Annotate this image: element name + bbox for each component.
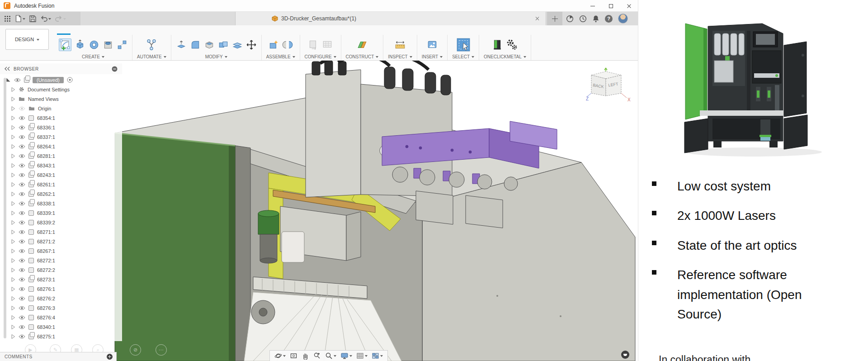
browser-item-row[interactable]: 68339:1 bbox=[0, 208, 122, 218]
browser-item-row[interactable]: 68275:1 bbox=[0, 332, 122, 341]
press-pull-icon[interactable] bbox=[176, 39, 187, 50]
maximize-button[interactable] bbox=[602, 0, 620, 12]
pattern-icon[interactable] bbox=[117, 39, 127, 50]
activate-component-radio-icon[interactable] bbox=[67, 77, 73, 83]
add-comment-icon[interactable] bbox=[107, 354, 113, 360]
viewport-canvas[interactable]: BACK LEFT Z X BROWSER bbox=[0, 61, 638, 361]
expand-arrow-icon[interactable] bbox=[11, 115, 15, 121]
visibility-eye-icon[interactable] bbox=[19, 296, 25, 301]
measure-icon[interactable] bbox=[395, 39, 406, 50]
browser-item-row[interactable]: 68337:1 bbox=[0, 132, 122, 142]
hole-icon[interactable] bbox=[103, 39, 113, 50]
fillet-icon[interactable] bbox=[190, 39, 201, 50]
offset-face-icon[interactable] bbox=[232, 39, 243, 50]
expand-arrow-icon[interactable] bbox=[11, 191, 15, 197]
visibility-eye-icon[interactable] bbox=[19, 315, 25, 320]
save-icon[interactable] bbox=[29, 15, 36, 22]
expand-arrow-icon[interactable] bbox=[11, 125, 15, 130]
ocm-gears-icon[interactable] bbox=[506, 39, 518, 51]
expand-arrow-icon[interactable] bbox=[11, 172, 15, 178]
help-icon[interactable]: ? bbox=[605, 15, 613, 23]
visibility-eye-icon[interactable] bbox=[19, 258, 25, 263]
select-icon[interactable] bbox=[456, 37, 471, 52]
visibility-eye-icon[interactable] bbox=[19, 116, 25, 120]
group-label-select[interactable]: SELECT bbox=[452, 54, 474, 59]
visibility-eye-icon[interactable] bbox=[19, 230, 25, 234]
expand-arrow-icon[interactable] bbox=[11, 134, 15, 140]
extensions-icon[interactable] bbox=[566, 15, 574, 23]
create-sketch-button[interactable] bbox=[59, 38, 71, 51]
expand-arrow-icon[interactable] bbox=[11, 286, 15, 292]
group-label-create[interactable]: CREATE bbox=[82, 54, 104, 59]
browser-item-row[interactable]: 68262:1 bbox=[0, 189, 122, 199]
document-tab[interactable]: 3D-Drucker_Gesamtaufbau*(1) bbox=[235, 12, 546, 25]
expand-arrow-icon[interactable] bbox=[11, 229, 15, 235]
expand-arrow-icon[interactable] bbox=[11, 258, 15, 263]
visibility-eye-icon[interactable] bbox=[19, 182, 25, 187]
browser-item-row[interactable]: 68276:2 bbox=[0, 294, 122, 303]
group-label-modify[interactable]: MODIFY bbox=[205, 54, 227, 59]
visibility-eye-icon[interactable] bbox=[19, 220, 25, 225]
ocm-printer-icon[interactable] bbox=[492, 39, 503, 50]
visibility-eye-icon[interactable] bbox=[19, 277, 25, 282]
expanded-arrow-icon[interactable] bbox=[6, 77, 11, 82]
visibility-eye-icon[interactable] bbox=[19, 287, 25, 291]
combine-icon[interactable] bbox=[218, 39, 229, 50]
expand-arrow-icon[interactable] bbox=[11, 87, 15, 92]
browser-item-row[interactable]: 68339:2 bbox=[0, 218, 122, 227]
assistant-icon[interactable] bbox=[621, 351, 629, 359]
notifications-bell-icon[interactable] bbox=[592, 15, 599, 23]
browser-item-row[interactable]: 68343:1 bbox=[0, 161, 122, 170]
group-label-configure[interactable]: CONFIGURE bbox=[305, 54, 336, 59]
group-label-inspect[interactable]: INSPECT bbox=[388, 54, 412, 59]
group-label-oneclickmetal[interactable]: ONECLICKMETAL bbox=[484, 54, 526, 59]
visibility-eye-icon[interactable] bbox=[19, 173, 25, 177]
expand-arrow-icon[interactable] bbox=[11, 210, 15, 216]
minimize-button[interactable] bbox=[584, 0, 602, 12]
expand-arrow-icon[interactable] bbox=[11, 163, 15, 168]
browser-item-row[interactable]: 68354:1 bbox=[0, 113, 122, 123]
browser-item-row[interactable]: 68271:2 bbox=[0, 237, 122, 246]
visibility-eye-icon[interactable] bbox=[19, 268, 25, 272]
view-cube[interactable]: BACK LEFT Z X bbox=[585, 66, 632, 106]
visibility-eye-icon[interactable] bbox=[19, 201, 25, 206]
expand-arrow-icon[interactable] bbox=[11, 305, 15, 311]
automate-icon[interactable] bbox=[146, 39, 157, 51]
visibility-eye-icon[interactable] bbox=[14, 78, 21, 82]
display-settings-button[interactable] bbox=[340, 352, 352, 360]
new-tab-button[interactable] bbox=[547, 12, 562, 25]
workspace-selector[interactable]: DESIGN bbox=[5, 29, 49, 50]
look-at-button[interactable] bbox=[290, 352, 297, 360]
extrude-icon[interactable] bbox=[75, 39, 85, 50]
browser-item-row[interactable]: 68272:2 bbox=[0, 265, 122, 275]
collapse-panel-icon[interactable] bbox=[5, 66, 10, 71]
browser-item-row[interactable]: 68271:1 bbox=[0, 227, 122, 237]
move-icon[interactable] bbox=[246, 39, 257, 50]
expand-arrow-icon[interactable] bbox=[11, 239, 15, 244]
configuration-table-icon[interactable] bbox=[322, 39, 333, 50]
browser-item-row[interactable]: 68276:1 bbox=[0, 284, 122, 294]
expand-arrow-icon[interactable] bbox=[11, 201, 15, 206]
expand-arrow-icon[interactable] bbox=[11, 220, 15, 225]
visibility-eye-icon[interactable] bbox=[19, 192, 25, 196]
expand-arrow-icon[interactable] bbox=[11, 144, 15, 149]
undo-button[interactable] bbox=[40, 15, 51, 22]
browser-item-row[interactable]: 68261:1 bbox=[0, 180, 122, 189]
group-label-insert[interactable]: INSERT bbox=[422, 54, 443, 59]
visibility-eye-icon[interactable] bbox=[19, 154, 25, 158]
grid-layout-button[interactable] bbox=[356, 352, 368, 360]
expand-arrow-icon[interactable] bbox=[11, 277, 15, 282]
browser-item-row[interactable]: 68264:1 bbox=[0, 142, 122, 151]
expand-arrow-icon[interactable] bbox=[11, 334, 15, 339]
browser-item-row[interactable]: 68267:1 bbox=[0, 246, 122, 256]
group-label-construct[interactable]: CONSTRUCT bbox=[346, 54, 379, 59]
fit-button[interactable] bbox=[325, 352, 336, 360]
visibility-eye-icon[interactable] bbox=[19, 125, 25, 130]
group-label-automate[interactable]: AUTOMATE bbox=[137, 54, 166, 59]
tab-close-icon[interactable] bbox=[535, 16, 539, 21]
comments-bar[interactable]: COMMENTS bbox=[0, 352, 117, 361]
browser-item-row[interactable]: 68272:1 bbox=[0, 256, 122, 265]
shell-icon[interactable] bbox=[204, 39, 215, 50]
panel-display-toggle-icon[interactable] bbox=[112, 66, 118, 72]
visibility-eye-icon[interactable] bbox=[19, 211, 25, 215]
